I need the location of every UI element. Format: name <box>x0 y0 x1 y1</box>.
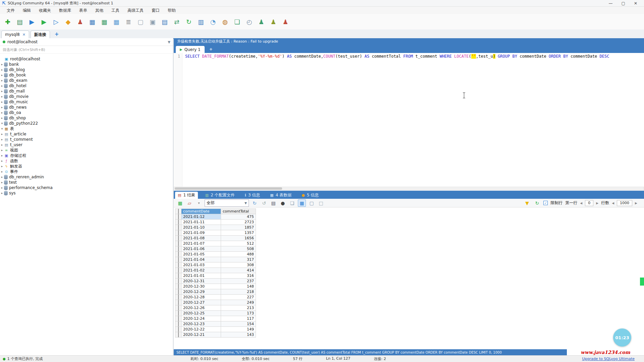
cell-commentdate[interactable]: 2020-12-23 <box>181 321 221 327</box>
expander-icon[interactable]: ▸ <box>0 165 4 168</box>
tree-node[interactable]: ▸ db_oa <box>0 110 173 115</box>
connection-tab[interactable]: 新连接 <box>31 31 50 38</box>
cell-commenttotal[interactable]: 317 <box>221 257 256 262</box>
row-checkbox[interactable] <box>175 311 181 316</box>
row-checkbox[interactable] <box>175 220 181 225</box>
table-row[interactable]: 2020-12-25 173 <box>175 311 256 316</box>
menu-item[interactable]: 表单 <box>75 7 91 14</box>
select-all-checkbox[interactable] <box>175 209 181 214</box>
cell-commentdate[interactable]: 2021-01-08 <box>181 236 221 241</box>
table-row[interactable]: 2020-12-29 218 <box>175 289 256 295</box>
row-checkbox[interactable] <box>175 268 181 273</box>
expander-icon[interactable]: ▸ <box>0 132 4 136</box>
menu-item[interactable]: 文件 <box>3 7 19 14</box>
table-row[interactable]: 2021-01-12 475 <box>175 214 256 220</box>
cell-commenttotal[interactable]: 488 <box>221 252 256 257</box>
tree-node[interactable]: ▾ ▦ 表 <box>0 126 173 131</box>
cell-commentdate[interactable]: 2021-01-01 <box>181 273 221 279</box>
row-checkbox[interactable] <box>175 321 181 327</box>
cell-commenttotal[interactable]: 2723 <box>221 220 256 225</box>
results-tab[interactable]: ▤ 1 结果 <box>175 192 198 199</box>
row-checkbox[interactable] <box>175 252 181 257</box>
expander-icon[interactable]: ▸ <box>0 106 4 109</box>
add-query-tab-button[interactable]: + <box>209 47 213 52</box>
cell-commenttotal[interactable]: 117 <box>221 316 256 321</box>
table-row[interactable]: 2021-01-11 2723 <box>175 220 256 225</box>
expander-icon[interactable]: ▸ <box>0 116 4 120</box>
tree-node[interactable]: ▸ db_book <box>0 72 173 78</box>
cell-commentdate[interactable]: 2020-12-24 <box>181 316 221 321</box>
cell-commentdate[interactable]: 2021-01-10 <box>181 225 221 230</box>
cell-commenttotal[interactable]: 149 <box>221 327 256 332</box>
table-row[interactable]: 2021-01-05 488 <box>175 252 256 257</box>
row-checkbox[interactable] <box>175 316 181 321</box>
table-row[interactable]: 2020-12-21 143 <box>175 332 256 338</box>
tree-node[interactable]: ▣ root@localhost <box>0 56 173 62</box>
menu-item[interactable]: 工具 <box>107 7 123 14</box>
row-checkbox[interactable] <box>175 305 181 311</box>
table-row[interactable]: 2021-01-06 508 <box>175 246 256 252</box>
cell-commentdate[interactable]: 2021-01-04 <box>181 257 221 262</box>
expander-icon[interactable]: ▸ <box>0 191 4 195</box>
expander-icon[interactable]: ▸ <box>0 154 4 157</box>
cell-commentdate[interactable]: 2021-01-12 <box>181 214 221 220</box>
table-row[interactable]: 2020-12-22 149 <box>175 327 256 332</box>
results-tab[interactable]: ● 5 信息 <box>299 192 321 199</box>
timer-bubble[interactable]: 01:23 <box>613 328 631 347</box>
cell-commenttotal[interactable]: 143 <box>221 332 256 338</box>
table-row[interactable]: 2021-01-04 317 <box>175 257 256 262</box>
minimize-button[interactable]: — <box>609 1 613 6</box>
cell-commenttotal[interactable]: 237 <box>221 279 256 284</box>
tree-node[interactable]: ▾ db_python222 <box>0 121 173 126</box>
menu-item[interactable]: 其他 <box>91 7 107 14</box>
table-row[interactable]: 2020-12-23 154 <box>175 321 256 327</box>
table-row[interactable]: 2021-01-01 316 <box>175 273 256 279</box>
cell-commenttotal[interactable]: 213 <box>221 305 256 311</box>
menu-item[interactable]: 编辑 <box>19 7 35 14</box>
cell-commentdate[interactable]: 2020-12-22 <box>181 327 221 332</box>
step-left-icon[interactable]: ◀ <box>612 201 614 205</box>
tree-node[interactable]: ▸ db_exam <box>0 78 173 83</box>
cell-commenttotal[interactable]: 1357 <box>221 230 256 236</box>
expander-icon[interactable]: ▸ <box>0 63 4 66</box>
tree-node[interactable]: ▸ bank <box>0 62 173 67</box>
tree-node[interactable]: ▸ db_shop <box>0 115 173 121</box>
editor-horizontal-scrollbar[interactable] <box>174 187 644 190</box>
expander-icon[interactable]: ▸ <box>0 84 4 87</box>
upgrade-link[interactable]: Upgrade to SQLyog Ultimate <box>582 357 641 361</box>
row-checkbox[interactable] <box>175 332 181 338</box>
row-checkbox[interactable] <box>175 300 181 305</box>
cell-commenttotal[interactable]: 218 <box>221 289 256 295</box>
cell-commenttotal[interactable]: 249 <box>221 300 256 305</box>
cell-commenttotal[interactable]: 148 <box>221 284 256 289</box>
tree-node[interactable]: ▸ db_news <box>0 105 173 110</box>
tree-node[interactable]: ▸ db_hotel <box>0 83 173 88</box>
cell-commenttotal[interactable]: 512 <box>221 241 256 246</box>
row-checkbox[interactable] <box>175 236 181 241</box>
row-checkbox[interactable] <box>175 273 181 279</box>
cell-commentdate[interactable]: 2021-01-09 <box>181 230 221 236</box>
table-row[interactable]: 2021-01-10 1857 <box>175 225 256 230</box>
row-checkbox[interactable] <box>175 225 181 230</box>
expander-icon[interactable]: ▸ <box>0 148 4 152</box>
object-filter-input[interactable]: 筛选对象 (Ctrl+Shift+B) <box>0 46 173 54</box>
tree-node[interactable]: ▸ ∞ 视图 <box>0 147 173 153</box>
cell-commentdate[interactable]: 2020-12-29 <box>181 289 221 295</box>
table-row[interactable]: 2020-12-24 117 <box>175 316 256 321</box>
table-row[interactable]: 2020-12-30 148 <box>175 284 256 289</box>
table-row[interactable]: 2021-01-07 512 <box>175 241 256 246</box>
close-button[interactable]: ✕ <box>634 1 637 6</box>
cell-commentdate[interactable]: 2021-01-06 <box>181 246 221 252</box>
menu-item[interactable]: 收藏夹 <box>35 7 55 14</box>
cell-commentdate[interactable]: 2021-01-02 <box>181 268 221 273</box>
cell-commentdate[interactable]: 2020-12-31 <box>181 279 221 284</box>
cell-commentdate[interactable]: 2021-01-11 <box>181 220 221 225</box>
cell-commenttotal[interactable]: 1857 <box>221 225 256 230</box>
refresh-grid-icon[interactable]: ↻ <box>533 200 541 206</box>
row-checkbox[interactable] <box>175 262 181 268</box>
connection-selector[interactable]: root@localhost ▼ <box>0 38 173 46</box>
cell-commentdate[interactable]: 2020-12-25 <box>181 311 221 316</box>
table-row[interactable]: 2021-01-02 414 <box>175 268 256 273</box>
cell-commentdate[interactable]: 2020-12-27 <box>181 300 221 305</box>
cell-commentdate[interactable]: 2020-12-30 <box>181 284 221 289</box>
